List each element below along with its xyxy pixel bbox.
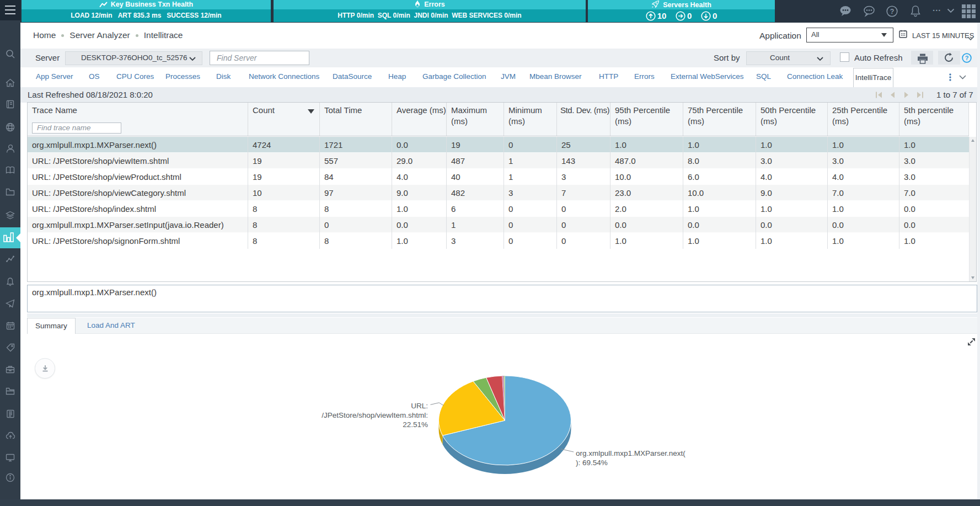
svg-text:?: ? (890, 8, 895, 15)
svg-text:?: ? (965, 55, 969, 61)
